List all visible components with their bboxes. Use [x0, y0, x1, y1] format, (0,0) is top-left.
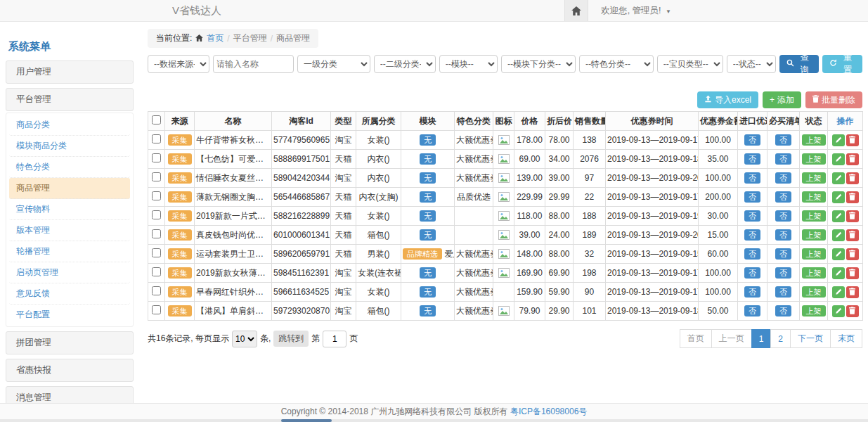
- taoke-id: 588216228899: [272, 207, 331, 226]
- module-cell: 无: [401, 283, 455, 302]
- row-checkbox[interactable]: [152, 248, 161, 257]
- sidebar-item-1-2[interactable]: 特色分类: [9, 157, 130, 178]
- discount-price-cell: 29.99: [545, 188, 574, 207]
- edit-button[interactable]: [832, 172, 845, 184]
- icon-cell: [493, 264, 514, 283]
- page-button-2[interactable]: 2: [770, 329, 791, 348]
- edit-button[interactable]: [832, 248, 845, 260]
- filter-select-3[interactable]: --模块--: [439, 55, 498, 73]
- home-icon[interactable]: [564, 0, 588, 21]
- delete-button[interactable]: [846, 134, 859, 146]
- sidebar-item-1-7[interactable]: 启动页管理: [9, 262, 130, 283]
- coupon-time-cell: 2019-09-13—2019-09-15: [606, 245, 699, 264]
- edit-button[interactable]: [832, 229, 845, 241]
- import-excel-button[interactable]: 导入excel: [697, 91, 758, 108]
- sales-count-cell: 189: [574, 226, 606, 245]
- operations-cell: [828, 207, 863, 226]
- jump-button[interactable]: 跳转到: [273, 331, 309, 347]
- scrollbar-thumb[interactable]: [281, 419, 332, 422]
- delete-button[interactable]: [846, 286, 859, 298]
- row-checkbox[interactable]: [152, 210, 161, 219]
- filter-select-1[interactable]: 一级分类: [297, 55, 370, 73]
- row-checkbox[interactable]: [152, 134, 161, 143]
- add-button[interactable]: + 添加: [763, 91, 801, 108]
- sidebar-group-2[interactable]: 拼团管理: [6, 331, 134, 354]
- breadcrumb-home-link[interactable]: 首页: [207, 32, 224, 44]
- feature-category: 大额优惠券: [455, 150, 493, 169]
- reset-button[interactable]: 重置: [822, 55, 862, 73]
- product-category: 女装(): [356, 283, 401, 302]
- table-row: 采集【七色纺】可爱纯棉家...588869917501天猫内衣()无大额优惠券6…: [148, 150, 863, 169]
- filter-select-2[interactable]: --二级分类--: [374, 55, 436, 73]
- sidebar-item-1-9[interactable]: 平台配置: [9, 305, 130, 325]
- search-button[interactable]: 查询: [779, 55, 820, 73]
- imported-cell: 否: [738, 245, 767, 264]
- row-checkbox[interactable]: [152, 229, 161, 238]
- icon-cell: [493, 302, 514, 321]
- sidebar-item-1-6[interactable]: 轮播管理: [9, 241, 130, 262]
- row-checkbox[interactable]: [152, 172, 161, 181]
- filter-select-7[interactable]: --状态--: [727, 55, 776, 73]
- must-buy-badge: 否: [775, 134, 791, 146]
- per-page-select[interactable]: 10: [232, 331, 257, 347]
- page-button-首页[interactable]: 首页: [680, 329, 712, 348]
- sidebar-group-0[interactable]: 用户管理: [6, 60, 134, 84]
- row-checkbox[interactable]: [152, 191, 161, 200]
- product-name: 【七色纺】可爱纯棉家...: [195, 150, 272, 169]
- filter-select-0[interactable]: --数据来源--: [148, 55, 209, 73]
- select-all-checkbox[interactable]: [152, 115, 161, 124]
- coupon-amount-cell: 30.00: [699, 207, 738, 226]
- status-badge: 上架: [802, 305, 826, 316]
- batch-delete-button[interactable]: 批量删除: [805, 91, 862, 108]
- filter-select-5[interactable]: --特色分类--: [579, 55, 654, 73]
- edit-button[interactable]: [832, 210, 845, 222]
- page-number-input[interactable]: [323, 331, 346, 347]
- delete-button[interactable]: [846, 229, 859, 241]
- delete-button[interactable]: [846, 267, 859, 279]
- row-checkbox[interactable]: [152, 153, 161, 162]
- source-cell: 采集: [165, 283, 195, 302]
- edit-button[interactable]: [832, 286, 845, 298]
- edit-button[interactable]: [832, 267, 845, 279]
- page-button-上一页[interactable]: 上一页: [711, 329, 752, 348]
- edit-icon: [835, 230, 842, 241]
- trash-icon: [849, 249, 855, 260]
- edit-button[interactable]: [832, 153, 845, 165]
- name-search-input[interactable]: [213, 55, 294, 73]
- sidebar-item-1-0[interactable]: 商品分类: [9, 115, 130, 136]
- page-button-1[interactable]: 1: [751, 329, 772, 348]
- sidebar-item-1-3[interactable]: 商品管理: [9, 178, 130, 199]
- feature-category: [455, 226, 493, 245]
- delete-button[interactable]: [846, 153, 859, 165]
- edit-button[interactable]: [832, 305, 845, 317]
- status-cell: 上架: [800, 302, 828, 321]
- horizontal-scrollbar[interactable]: [0, 419, 868, 422]
- column-header: 优惠券金额: [699, 112, 738, 131]
- edit-button[interactable]: [832, 134, 845, 146]
- delete-button[interactable]: [846, 248, 859, 260]
- row-checkbox[interactable]: [152, 305, 161, 314]
- page-button-末页[interactable]: 末页: [830, 329, 862, 348]
- sidebar-item-1-8[interactable]: 意见反馈: [9, 283, 130, 305]
- source-badge: 采集: [168, 153, 192, 165]
- status-cell: 上架: [800, 169, 828, 188]
- delete-button[interactable]: [846, 305, 859, 317]
- delete-button[interactable]: [846, 172, 859, 184]
- edit-button[interactable]: [832, 191, 845, 203]
- sidebar-group-1[interactable]: 平台管理: [6, 88, 134, 111]
- page-button-下一页[interactable]: 下一页: [790, 329, 831, 348]
- filter-select-4[interactable]: --模块下分类--: [501, 55, 576, 73]
- delete-button[interactable]: [846, 210, 859, 222]
- sidebar-group-3[interactable]: 省惠快报: [6, 359, 134, 382]
- delete-button[interactable]: [846, 191, 859, 203]
- filter-select-6[interactable]: --宝贝类型--: [657, 55, 723, 73]
- row-checkbox[interactable]: [152, 286, 161, 295]
- row-checkbox[interactable]: [152, 267, 161, 276]
- icp-link[interactable]: 粤ICP备16098006号: [510, 406, 587, 418]
- must-buy-badge: 否: [775, 267, 791, 279]
- user-menu[interactable]: 欢迎您, 管理员! ▼: [601, 5, 671, 17]
- sidebar-item-1-4[interactable]: 宣传物料: [9, 199, 130, 220]
- sidebar-item-1-1[interactable]: 模块商品分类: [9, 136, 130, 157]
- imported-badge: 否: [744, 305, 760, 316]
- sidebar-item-1-5[interactable]: 版本管理: [9, 220, 130, 241]
